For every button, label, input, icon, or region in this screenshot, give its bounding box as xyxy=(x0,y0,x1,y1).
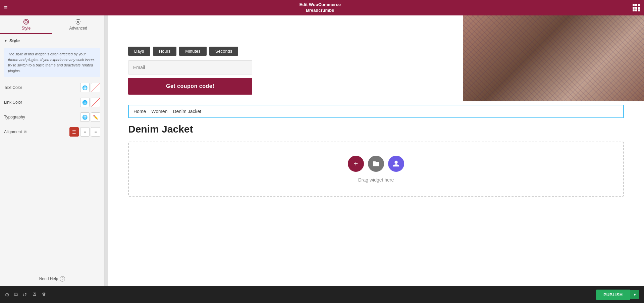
hamburger-icon[interactable]: ≡ xyxy=(4,4,8,11)
layers-icon[interactable]: ⧉ xyxy=(14,292,18,298)
email-input[interactable] xyxy=(128,60,252,74)
need-help-label: Need Help xyxy=(39,276,58,281)
text-color-global-btn[interactable]: 🌐 xyxy=(80,83,90,92)
svg-point-0 xyxy=(25,20,28,23)
help-icon: ? xyxy=(60,276,65,282)
publish-group: PUBLISH ▼ xyxy=(596,290,639,300)
svg-point-1 xyxy=(23,19,29,24)
person-icon xyxy=(392,160,400,167)
footer-left-icons: ⚙ ⧉ ↺ 🖥 👁 xyxy=(5,292,47,298)
style-icon xyxy=(23,19,29,25)
link-color-row: Link Color 🌐 xyxy=(4,98,100,107)
alignment-label: Alignment 🖥 xyxy=(4,130,27,134)
publish-dropdown-btn[interactable]: ▼ xyxy=(630,290,639,299)
info-text: The style of this widget is often affect… xyxy=(8,52,95,73)
info-box: The style of this widget is often affect… xyxy=(4,48,100,77)
text-color-label: Text Color xyxy=(4,85,22,90)
responsive-footer-icon[interactable]: 🖥 xyxy=(32,292,37,298)
breadcrumb-women[interactable]: Women xyxy=(151,109,167,114)
typography-global-btn[interactable]: 🌐 xyxy=(80,112,90,122)
canvas-area: Days Hours Minutes Seconds Get c xyxy=(108,15,644,286)
publish-button[interactable]: PUBLISH xyxy=(596,290,630,300)
product-title: Denim Jacket xyxy=(128,123,624,135)
left-panel: Style Advanced ▼ Style The style xyxy=(0,15,105,286)
typography-label: Typography xyxy=(4,115,25,119)
text-color-swatch[interactable] xyxy=(91,83,100,92)
folder-icon xyxy=(372,160,380,167)
settings-icon[interactable]: ⚙ xyxy=(5,292,9,298)
history-icon[interactable]: ↺ xyxy=(22,292,27,298)
typography-controls: 🌐 ✏️ xyxy=(80,112,100,122)
alignment-controls: ☰ ≡ ≡ xyxy=(69,127,100,137)
svg-point-2 xyxy=(77,21,79,23)
link-color-controls: 🌐 xyxy=(80,98,100,107)
alignment-row: Alignment 🖥 ☰ ≡ ≡ xyxy=(4,127,100,137)
typography-edit-btn[interactable]: ✏️ xyxy=(91,112,100,122)
link-color-swatch[interactable] xyxy=(91,98,100,107)
link-color-global-btn[interactable]: 🌐 xyxy=(80,98,90,107)
countdown-days: Days xyxy=(128,47,150,56)
drop-zone-text: Drag widget here xyxy=(358,177,394,183)
breadcrumb-home[interactable]: Home xyxy=(133,109,146,114)
text-color-controls: 🌐 xyxy=(80,83,100,92)
countdown-row: Days Hours Minutes Seconds xyxy=(128,47,443,56)
coupon-button[interactable]: Get coupon code! xyxy=(128,78,252,95)
apps-icon[interactable] xyxy=(633,4,640,11)
handle-icon: ⋮ xyxy=(105,149,108,153)
top-bar: ≡ Edit WooCommerce Breadcrumbs xyxy=(0,0,644,15)
tab-advanced[interactable]: Advanced xyxy=(52,15,105,34)
drop-zone: + Drag widget here xyxy=(128,142,624,197)
responsive-icon: 🖥 xyxy=(23,130,27,134)
add-widget-btn[interactable]: + xyxy=(348,156,364,172)
align-right-btn[interactable]: ≡ xyxy=(91,127,100,137)
panel-tabs: Style Advanced xyxy=(0,15,104,34)
countdown-hours: Hours xyxy=(153,47,177,56)
collapse-arrow[interactable]: ▼ xyxy=(4,39,7,43)
preview-icon[interactable]: 👁 xyxy=(42,292,47,298)
footer-bar: ⚙ ⧉ ↺ 🖥 👁 PUBLISH ▼ xyxy=(0,286,644,303)
style-section-header: ▼ Style xyxy=(4,38,100,43)
folder-btn[interactable] xyxy=(368,156,384,172)
tab-advanced-label: Advanced xyxy=(69,26,87,31)
align-left-btn[interactable]: ☰ xyxy=(69,127,79,137)
breadcrumb-current: Denim Jacket xyxy=(173,109,201,114)
promo-content: Days Hours Minutes Seconds Get c xyxy=(108,15,463,101)
canvas-top-section: Days Hours Minutes Seconds Get c xyxy=(108,15,644,101)
page-title: Edit WooCommerce Breadcrumbs xyxy=(300,2,341,13)
text-color-row: Text Color 🌐 xyxy=(4,83,100,92)
need-help[interactable]: Need Help ? xyxy=(0,271,104,286)
tab-style[interactable]: Style xyxy=(0,15,52,34)
main-layout: Style Advanced ▼ Style The style xyxy=(0,15,644,286)
section-label: Style xyxy=(9,38,20,43)
resize-handle[interactable]: ⋮ xyxy=(105,15,108,286)
image-placeholder xyxy=(463,15,644,101)
link-color-label: Link Color xyxy=(4,100,22,105)
drop-zone-buttons: + xyxy=(348,156,404,172)
countdown-minutes: Minutes xyxy=(179,47,207,56)
breadcrumb-section: Home Women Denim Jacket xyxy=(128,105,624,118)
typography-row: Typography 🌐 ✏️ xyxy=(4,112,100,122)
template-btn[interactable] xyxy=(388,156,404,172)
advanced-icon xyxy=(75,19,81,25)
panel-content: ▼ Style The style of this widget is ofte… xyxy=(0,34,104,271)
countdown-seconds: Seconds xyxy=(209,47,238,56)
align-center-btn[interactable]: ≡ xyxy=(80,127,90,137)
tab-style-label: Style xyxy=(21,26,31,31)
product-image xyxy=(463,15,644,101)
